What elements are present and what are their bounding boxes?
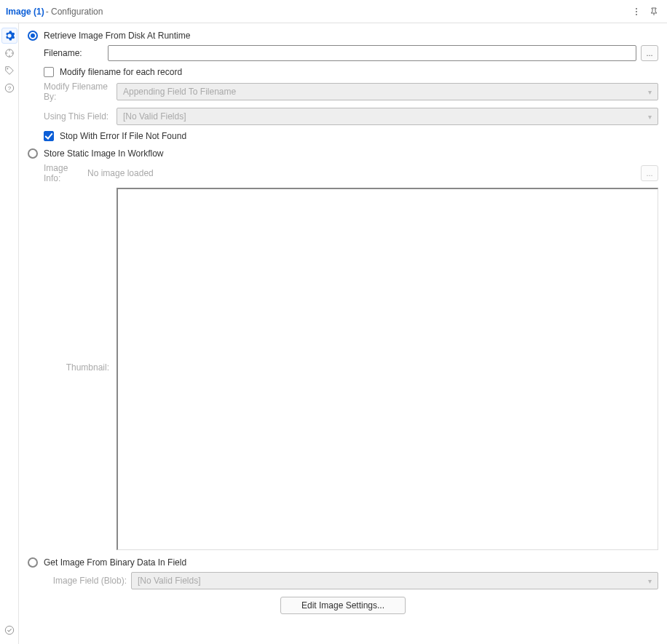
modify-filename-label: Modify filename for each record: [60, 67, 182, 77]
thumbnail-label: Thumbnail:: [44, 188, 117, 550]
filename-row: Filename: ...: [28, 45, 658, 61]
svg-text:?: ?: [7, 85, 11, 92]
panel-title: Image (1): [6, 7, 44, 17]
filename-label: Filename:: [44, 48, 108, 58]
gear-icon[interactable]: [1, 28, 17, 44]
stop-error-checkbox[interactable]: [44, 131, 54, 141]
retrieve-radio[interactable]: [28, 31, 38, 41]
panel-subtitle: - Configuration: [46, 7, 103, 17]
stop-error-row: Stop With Error If File Not Found: [28, 131, 658, 141]
sidebar: ?: [0, 23, 19, 644]
stop-error-label: Stop With Error If File Not Found: [60, 131, 186, 141]
static-radio-label: Store Static Image In Workflow: [44, 148, 164, 159]
more-icon[interactable]: [629, 4, 644, 19]
modify-by-row: Modify Filename By: Appending Field To F…: [28, 82, 658, 102]
svg-point-1: [636, 11, 637, 12]
edit-image-settings-button[interactable]: Edit Image Settings...: [280, 597, 406, 614]
using-field-row: Using This Field: [No Valid Fields] ▾: [28, 108, 658, 125]
modify-by-value: Appending Field To Filename: [123, 87, 236, 97]
modify-filename-row: Modify filename for each record: [28, 67, 658, 77]
svg-point-7: [5, 626, 13, 634]
browse-filename-button[interactable]: ...: [641, 45, 658, 61]
static-radio[interactable]: [28, 148, 38, 159]
thumbnail-preview: [117, 188, 658, 550]
check-circle-icon[interactable]: [1, 622, 17, 638]
image-field-select: [No Valid Fields] ▾: [131, 572, 658, 589]
svg-point-0: [636, 8, 637, 9]
pin-icon[interactable]: [647, 4, 661, 19]
chevron-down-icon: ▾: [648, 88, 652, 96]
binary-radio[interactable]: [28, 557, 38, 568]
image-info-label: Image Info:: [44, 163, 87, 183]
retrieve-radio-label: Retrieve Image From Disk At Runtime: [44, 31, 190, 41]
modify-by-label: Modify Filename By:: [44, 82, 117, 102]
panel-header: Image (1) - Configuration: [0, 0, 667, 23]
footer-row: Edit Image Settings...: [28, 597, 658, 614]
help-icon[interactable]: ?: [1, 80, 17, 96]
chevron-down-icon: ▾: [648, 577, 652, 585]
config-content: Retrieve Image From Disk At Runtime File…: [19, 23, 667, 644]
image-info-row: Image Info: No image loaded ...: [28, 163, 658, 183]
retrieve-from-disk-option: Retrieve Image From Disk At Runtime: [28, 31, 658, 41]
image-field-value: [No Valid Fields]: [138, 576, 200, 586]
using-field-select: [No Valid Fields] ▾: [117, 108, 658, 125]
image-field-row: Image Field (Blob): [No Valid Fields] ▾: [28, 572, 658, 589]
modify-filename-checkbox[interactable]: [44, 67, 54, 77]
tag-icon[interactable]: [1, 63, 17, 79]
browse-static-button: ...: [641, 165, 658, 181]
image-info-value: No image loaded: [87, 168, 636, 178]
using-field-label: Using This Field:: [44, 111, 117, 122]
thumbnail-area: Thumbnail:: [28, 188, 658, 550]
svg-point-4: [7, 68, 8, 70]
chevron-down-icon: ▾: [648, 113, 652, 121]
binary-data-option: Get Image From Binary Data In Field: [28, 557, 658, 568]
filename-input[interactable]: [108, 45, 636, 61]
using-field-value: [No Valid Fields]: [123, 111, 186, 122]
store-static-option: Store Static Image In Workflow: [28, 148, 658, 159]
image-field-label: Image Field (Blob):: [44, 576, 131, 586]
binary-radio-label: Get Image From Binary Data In Field: [44, 557, 186, 568]
target-icon[interactable]: [1, 45, 17, 61]
svg-point-2: [636, 14, 637, 15]
modify-by-select: Appending Field To Filename ▾: [117, 83, 658, 100]
